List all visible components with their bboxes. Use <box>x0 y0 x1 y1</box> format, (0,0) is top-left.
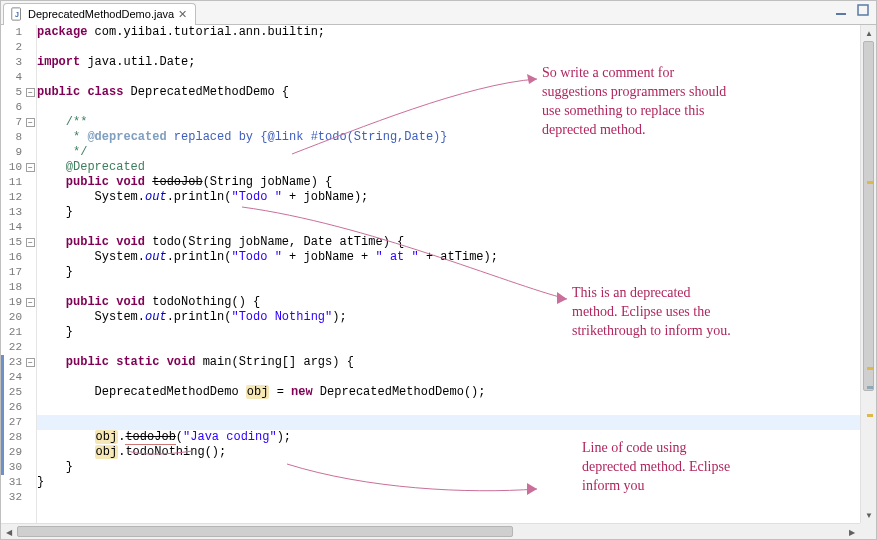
gutter-line[interactable]: 13 <box>1 205 36 220</box>
code-token: } <box>37 205 73 219</box>
gutter[interactable]: 12345−67−8910−1112131415−16171819−202122… <box>1 25 37 523</box>
code-line[interactable]: /** <box>37 115 860 130</box>
scroll-up-icon[interactable]: ▲ <box>861 25 877 41</box>
code-line[interactable]: * @deprecated replaced by {@link #todo(S… <box>37 130 860 145</box>
fold-toggle-icon[interactable]: − <box>26 358 35 367</box>
gutter-line[interactable]: 24 <box>1 370 36 385</box>
vertical-scrollbar[interactable]: ▲ ▼ <box>860 25 876 523</box>
gutter-line[interactable]: 25 <box>1 385 36 400</box>
fold-toggle-icon[interactable]: − <box>26 298 35 307</box>
code-token: = <box>269 385 291 399</box>
gutter-line[interactable]: 8 <box>1 130 36 145</box>
code-line[interactable]: public static void main(String[] args) { <box>37 355 860 370</box>
gutter-line[interactable]: 14 <box>1 220 36 235</box>
code-line[interactable]: } <box>37 265 860 280</box>
code-line[interactable]: obj.todoJob("Java coding"); <box>37 415 860 430</box>
fold-toggle-icon[interactable]: − <box>26 163 35 172</box>
code-line[interactable] <box>37 220 860 235</box>
gutter-line[interactable]: 17 <box>1 265 36 280</box>
code-line[interactable]: System.out.println("Todo " + jobName); <box>37 190 860 205</box>
code-line[interactable]: public void todoJob(String jobName) { <box>37 175 860 190</box>
code-line[interactable]: package com.yiibai.tutorial.ann.builtin; <box>37 25 860 40</box>
vertical-scroll-track[interactable] <box>861 41 876 507</box>
code-line[interactable] <box>37 70 860 85</box>
code-line[interactable]: */ <box>37 145 860 160</box>
overview-ruler-mark[interactable] <box>867 386 873 389</box>
gutter-line[interactable]: 12 <box>1 190 36 205</box>
code-line[interactable]: System.out.println("Todo " + jobName + "… <box>37 250 860 265</box>
overview-ruler-mark[interactable] <box>867 181 873 184</box>
gutter-line[interactable]: 18 <box>1 280 36 295</box>
gutter-line[interactable]: 5− <box>1 85 36 100</box>
scroll-right-icon[interactable]: ▶ <box>844 524 860 540</box>
code-line[interactable]: @Deprecated <box>37 160 860 175</box>
scroll-left-icon[interactable]: ◀ <box>1 524 17 540</box>
gutter-line[interactable]: 2 <box>1 40 36 55</box>
overview-ruler-mark[interactable] <box>867 414 873 417</box>
code-line[interactable] <box>37 340 860 355</box>
gutter-line[interactable]: 3 <box>1 55 36 70</box>
code-area[interactable]: 12345−67−8910−1112131415−16171819−202122… <box>1 25 860 523</box>
gutter-line[interactable]: 10− <box>1 160 36 175</box>
gutter-line[interactable]: 23− <box>1 355 36 370</box>
fold-toggle-icon[interactable]: − <box>26 238 35 247</box>
overview-ruler-mark[interactable] <box>867 367 873 370</box>
horizontal-scrollbar[interactable]: ◀ ▶ <box>1 523 860 539</box>
gutter-line[interactable]: 7− <box>1 115 36 130</box>
code-body[interactable]: package com.yiibai.tutorial.ann.builtin;… <box>37 25 860 523</box>
gutter-line[interactable]: 30 <box>1 460 36 475</box>
tab-close-icon[interactable]: ✕ <box>178 8 187 21</box>
gutter-line[interactable]: 1 <box>1 25 36 40</box>
gutter-line[interactable]: 6 <box>1 100 36 115</box>
gutter-line[interactable]: 16 <box>1 250 36 265</box>
gutter-line[interactable]: 22 <box>1 340 36 355</box>
change-marker <box>1 370 4 385</box>
maximize-view-icon[interactable] <box>856 3 870 17</box>
code-line[interactable]: System.out.println("Todo Nothing"); <box>37 310 860 325</box>
gutter-line[interactable]: 20 <box>1 310 36 325</box>
java-file-icon: J <box>10 7 24 21</box>
code-token: System. <box>37 250 145 264</box>
code-line[interactable]: } <box>37 205 860 220</box>
code-line[interactable]: public void todo(String jobName, Date at… <box>37 235 860 250</box>
minimize-view-icon[interactable] <box>834 3 848 17</box>
code-token: todo(String jobName, Date atTime) { <box>145 235 404 249</box>
gutter-line[interactable]: 4 <box>1 70 36 85</box>
gutter-line[interactable]: 28 <box>1 430 36 445</box>
code-line[interactable]: import java.util.Date; <box>37 55 860 70</box>
gutter-line[interactable]: 26 <box>1 400 36 415</box>
code-line[interactable] <box>37 40 860 55</box>
gutter-line[interactable]: 15− <box>1 235 36 250</box>
code-line[interactable]: DeprecatedMethodDemo obj = new Deprecate… <box>37 385 860 400</box>
svg-text:J: J <box>15 11 19 18</box>
scroll-down-icon[interactable]: ▼ <box>861 507 877 523</box>
gutter-line[interactable]: 31 <box>1 475 36 490</box>
gutter-line[interactable]: 27 <box>1 415 36 430</box>
fold-toggle-icon[interactable]: − <box>26 118 35 127</box>
gutter-line[interactable]: 9 <box>1 145 36 160</box>
gutter-line[interactable]: 11 <box>1 175 36 190</box>
code-line[interactable] <box>37 400 860 415</box>
code-token: ); <box>277 430 291 444</box>
code-line[interactable]: obj.todoNothing(); <box>37 445 860 460</box>
gutter-line[interactable]: 19− <box>1 295 36 310</box>
tab-deprecatedmethoddemo[interactable]: J DeprecatedMethodDemo.java ✕ <box>3 3 196 25</box>
gutter-line[interactable]: 29 <box>1 445 36 460</box>
fold-toggle-icon[interactable]: − <box>26 88 35 97</box>
code-line[interactable]: public class DeprecatedMethodDemo { <box>37 85 860 100</box>
code-line[interactable]: } <box>37 475 860 490</box>
gutter-line[interactable]: 21 <box>1 325 36 340</box>
gutter-line[interactable]: 32 <box>1 490 36 505</box>
code-line[interactable] <box>37 370 860 385</box>
code-line[interactable]: } <box>37 460 860 475</box>
code-line[interactable] <box>37 490 860 505</box>
code-line[interactable] <box>37 280 860 295</box>
vertical-scroll-thumb[interactable] <box>863 41 874 391</box>
code-line[interactable]: } <box>37 325 860 340</box>
horizontal-scroll-thumb[interactable] <box>17 526 513 537</box>
code-token: obj <box>95 430 119 444</box>
svg-rect-2 <box>836 13 846 15</box>
code-line[interactable] <box>37 100 860 115</box>
code-line[interactable]: public void todoNothing() { <box>37 295 860 310</box>
horizontal-scroll-track[interactable] <box>17 524 844 539</box>
